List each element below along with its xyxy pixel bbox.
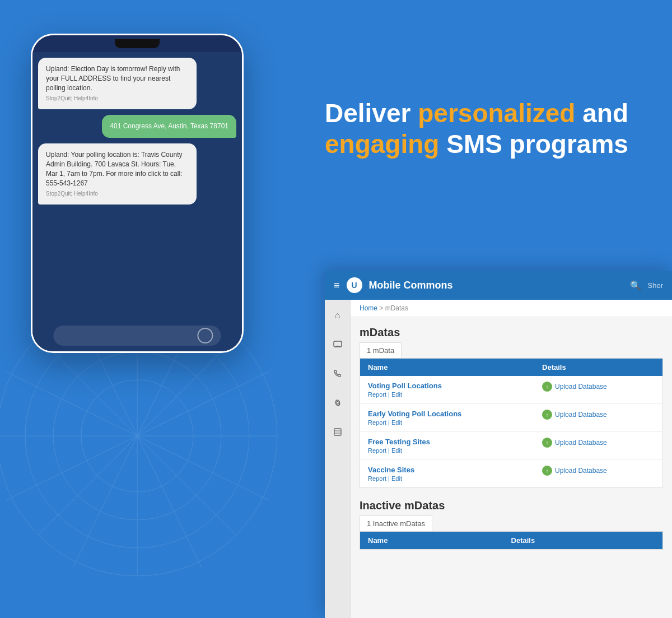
message-text-2: 401 Congress Ave, Austin, Texas 78701 (110, 122, 228, 130)
inactive-count-label: 1 Inactive mDatas (360, 515, 432, 531)
upload-btn-2[interactable]: ↑ Upload Database (542, 410, 655, 420)
table-row: Early Voting Poll Locations Report | Edi… (360, 404, 663, 432)
app-logo: U (347, 277, 362, 293)
app-header: ≡ U Mobile Commons 🔍 Shor (325, 271, 672, 300)
breadcrumb-current: mDatas (385, 304, 408, 312)
short-label: Shor (648, 281, 663, 290)
row-details-cell: ↑ Upload Database (534, 460, 662, 488)
svg-line-10 (6, 371, 269, 500)
row-name-free-testing[interactable]: Free Testing Sites (368, 438, 526, 446)
svg-line-11 (6, 371, 269, 500)
sidebar-database-icon[interactable] (328, 422, 348, 442)
svg-line-7 (38, 337, 236, 535)
svg-rect-13 (334, 429, 341, 435)
report-link-3[interactable]: Report (368, 447, 386, 454)
report-link-4[interactable]: Report (368, 475, 386, 482)
upload-label-1: Upload Database (555, 383, 607, 391)
phone-status-bar (32, 35, 242, 52)
hero-highlight-2: engaging (325, 129, 439, 159)
svg-point-3 (81, 380, 193, 492)
inactive-data-table: Name Details (360, 531, 663, 550)
svg-point-2 (53, 352, 221, 520)
upload-label-2: Upload Database (555, 411, 607, 419)
row-name-cell: Free Testing Sites Report | Edit (360, 432, 535, 460)
inactive-mdatas-section: Inactive mDatas 1 Inactive mDatas Name D… (360, 499, 663, 550)
message-received-2: Upland: Your polling location is: Travis… (38, 143, 197, 205)
report-link-2[interactable]: Report (368, 419, 386, 426)
message-text-1: Upland: Election Day is tomorrow! Reply … (46, 65, 180, 92)
sidebar-calls-icon[interactable] (328, 364, 348, 384)
inactive-col-header-details: Details (503, 532, 663, 550)
phone-mockup: Upland: Election Day is tomorrow! Reply … (31, 34, 244, 353)
edit-link-3[interactable]: Edit (391, 447, 402, 454)
row-actions-voting-poll: Report | Edit (368, 391, 526, 398)
active-section-title: mDatas (360, 326, 663, 339)
inactive-col-header-name: Name (360, 532, 503, 550)
breadcrumb-separator: > (379, 304, 385, 312)
hero-section: Deliver personalized and engaging SMS pr… (325, 98, 638, 160)
phone-bottom-bar (53, 326, 221, 346)
row-name-voting-poll[interactable]: Voting Poll Locations (368, 382, 526, 390)
phone-notch (115, 39, 160, 48)
edit-link-2[interactable]: Edit (391, 419, 402, 426)
upload-btn-3[interactable]: ↑ Upload Database (542, 438, 655, 448)
inactive-section-title: Inactive mDatas (360, 499, 663, 512)
message-footer-1: Stop2Quit; Help4Info (46, 95, 189, 103)
message-received-1: Upland: Election Day is tomorrow! Reply … (38, 58, 197, 109)
row-actions-early-voting: Report | Edit (368, 419, 526, 426)
upload-label-4: Upload Database (555, 467, 607, 475)
edit-link-1[interactable]: Edit (391, 391, 402, 398)
inactive-table-header-row: Name Details (360, 532, 663, 550)
app-content: ⌂ (325, 300, 672, 618)
breadcrumb-home[interactable]: Home (360, 304, 377, 312)
row-name-vaccine-sites[interactable]: Vaccine Sites (368, 466, 526, 474)
app-title: Mobile Commons (369, 280, 623, 291)
table-header-row: Name Details (360, 359, 663, 377)
home-indicator (198, 328, 213, 343)
row-details-cell: ↑ Upload Database (534, 404, 662, 432)
table-row: Voting Poll Locations Report | Edit ↑ (360, 376, 663, 404)
breadcrumb: Home > mDatas (351, 300, 672, 317)
message-text-3: Upland: Your polling location is: Travis… (46, 151, 182, 187)
col-header-details: Details (534, 359, 662, 377)
row-actions-vaccine-sites: Report | Edit (368, 475, 526, 482)
row-name-cell: Vaccine Sites Report | Edit (360, 460, 535, 488)
upload-btn-1[interactable]: ↑ Upload Database (542, 382, 655, 392)
hero-heading: Deliver personalized and engaging SMS pr… (325, 98, 638, 160)
upload-label-3: Upload Database (555, 439, 607, 447)
svg-point-1 (25, 324, 249, 548)
row-name-cell: Early Voting Poll Locations Report | Edi… (360, 404, 535, 432)
row-actions-free-testing: Report | Edit (368, 447, 526, 454)
active-count-label: 1 mData (360, 342, 402, 358)
sidebar-links-icon[interactable] (328, 393, 348, 413)
app-sidebar: ⌂ (325, 300, 351, 618)
upload-icon-3: ↑ (542, 438, 552, 448)
search-icon[interactable]: 🔍 (630, 280, 641, 291)
upload-icon-1: ↑ (542, 382, 552, 392)
message-sent-1: 401 Congress Ave, Austin, Texas 78701 (102, 115, 236, 138)
app-main: Home > mDatas mDatas 1 mData Name Detail… (351, 300, 672, 618)
row-name-early-voting[interactable]: Early Voting Poll Locations (368, 410, 526, 418)
row-details-cell: ↑ Upload Database (534, 376, 662, 404)
active-mdatas-section: mDatas 1 mData Name Details Voting Poll … (351, 317, 672, 559)
upload-icon-4: ↑ (542, 466, 552, 476)
sidebar-messages-icon[interactable] (328, 334, 348, 355)
upload-icon-2: ↑ (542, 410, 552, 420)
table-row: Vaccine Sites Report | Edit ↑ (360, 460, 663, 488)
table-row: Free Testing Sites Report | Edit ↑ (360, 432, 663, 460)
app-panel: ≡ U Mobile Commons 🔍 Shor ⌂ (325, 271, 672, 618)
active-data-table: Name Details Voting Poll Locations Repor… (360, 358, 663, 488)
phone-screen: Upland: Election Day is tomorrow! Reply … (32, 52, 242, 351)
message-footer-2: Stop2Quit; Help4Info (46, 190, 189, 198)
edit-link-4[interactable]: Edit (391, 475, 402, 482)
row-details-cell: ↑ Upload Database (534, 432, 662, 460)
report-link-1[interactable]: Report (368, 391, 386, 398)
row-name-cell: Voting Poll Locations Report | Edit (360, 376, 535, 404)
col-header-name: Name (360, 359, 535, 377)
upload-btn-4[interactable]: ↑ Upload Database (542, 466, 655, 476)
sidebar-home-icon[interactable]: ⌂ (328, 305, 348, 326)
hamburger-icon[interactable]: ≡ (334, 280, 340, 291)
hero-highlight-1: personalized (418, 99, 575, 128)
svg-line-6 (38, 337, 236, 535)
